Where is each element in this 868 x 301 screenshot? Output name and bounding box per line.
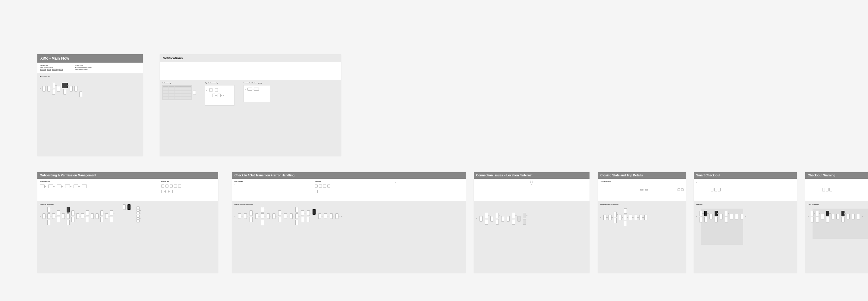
flow-node[interactable] (123, 204, 126, 210)
flow-node[interactable] (76, 213, 79, 219)
flow-node[interactable] (735, 214, 738, 220)
flow-node[interactable] (42, 213, 45, 219)
flow-node[interactable] (267, 213, 270, 219)
flow-node[interactable] (136, 214, 140, 217)
flow-node[interactable] (67, 213, 70, 219)
flow-node[interactable] (52, 83, 55, 88)
flow-node[interactable] (821, 214, 824, 220)
spec-node[interactable] (174, 185, 177, 188)
flow-node[interactable] (725, 217, 728, 223)
flow-area[interactable]: Smart flow (694, 201, 797, 273)
flow-node[interactable] (278, 210, 281, 216)
flow-node[interactable] (710, 214, 712, 220)
flow-node[interactable] (730, 214, 733, 220)
flow-node[interactable] (57, 210, 60, 216)
flow-node[interactable] (318, 213, 321, 219)
spec-node[interactable] (678, 189, 680, 191)
flow-node[interactable] (52, 213, 55, 219)
flow-node[interactable] (740, 214, 743, 220)
flow-node[interactable] (624, 214, 627, 220)
flow-node[interactable] (136, 206, 140, 209)
flow-node[interactable] (852, 214, 855, 220)
flow-card[interactable] (62, 83, 68, 88)
flow-node[interactable] (250, 210, 253, 216)
flow-node[interactable] (485, 213, 488, 218)
flow-node[interactable] (846, 214, 849, 220)
spec-node[interactable] (830, 188, 832, 192)
flow-node[interactable] (324, 213, 327, 219)
spec-node[interactable] (170, 190, 173, 193)
flow-node[interactable] (105, 213, 108, 219)
flow-node[interactable] (110, 217, 113, 222)
flow-node[interactable] (301, 217, 304, 222)
flow-node[interactable] (250, 217, 253, 222)
flow-area[interactable] (474, 201, 590, 273)
flow-node[interactable] (485, 219, 488, 225)
flow-node[interactable] (836, 214, 839, 220)
spec-node[interactable] (714, 188, 717, 192)
spec-node[interactable] (323, 185, 326, 188)
flow-area[interactable]: Closing flow and Trip Summary (598, 201, 686, 273)
flow-node[interactable] (609, 214, 612, 220)
flow-node[interactable] (296, 207, 299, 212)
flow-node[interactable] (720, 214, 723, 220)
flow-node[interactable] (47, 213, 50, 219)
flow-node[interactable] (136, 220, 140, 223)
flow-node[interactable] (210, 88, 213, 92)
spec-node[interactable] (681, 189, 684, 191)
flow-node[interactable] (57, 86, 60, 92)
flow-node[interactable] (523, 219, 526, 225)
flow-area[interactable]: Example Flow from Start to End (232, 201, 466, 273)
flow-area[interactable]: Notification log (160, 80, 341, 156)
flow-node[interactable] (62, 213, 65, 219)
flow-node[interactable] (71, 217, 74, 222)
frame-smart-checkout[interactable]: Smart Check-out —— — Smart flow (694, 172, 797, 273)
flow-node[interactable] (614, 211, 617, 217)
flow-node[interactable] (261, 220, 264, 225)
flow-node[interactable] (79, 92, 82, 97)
flow-node[interactable] (218, 94, 221, 97)
flow-node[interactable] (136, 217, 140, 220)
frame-checkout-warning[interactable]: Check-out Warning —— Check-out Warning (805, 172, 868, 273)
flow-node[interactable] (86, 217, 89, 222)
flow-node[interactable] (523, 213, 526, 218)
flow-node[interactable] (831, 214, 834, 220)
frame-onboarding[interactable]: Onboarding & Permission Management Onboa… (37, 172, 218, 273)
flow-node[interactable] (100, 217, 103, 222)
flow-node[interactable] (67, 207, 70, 212)
flow-node[interactable] (261, 207, 264, 212)
spec-node[interactable] (73, 185, 79, 188)
flow-node[interactable] (490, 216, 493, 222)
flow-node[interactable] (826, 211, 829, 216)
flow-node[interactable] (70, 86, 73, 92)
flow-node[interactable] (63, 89, 66, 95)
spec-node[interactable] (826, 188, 829, 192)
spec-node[interactable] (57, 185, 61, 188)
spec-node[interactable] (170, 185, 173, 188)
flow-node[interactable] (212, 94, 215, 97)
notif-panel[interactable] (205, 85, 235, 106)
flow-node[interactable] (215, 88, 218, 92)
flow-node[interactable] (507, 216, 510, 222)
flow-node[interactable] (47, 86, 50, 92)
flow-node[interactable] (619, 214, 622, 220)
flow-node[interactable] (725, 211, 728, 216)
flow-node[interactable] (261, 213, 264, 219)
flow-node[interactable] (238, 213, 241, 219)
spec-node[interactable] (718, 188, 721, 192)
flow-node[interactable] (307, 217, 310, 222)
frame-main-flow[interactable]: XiXo - Main Flow Example Flow Scenario: … (37, 54, 143, 156)
flow-node[interactable] (715, 211, 718, 216)
flow-node[interactable] (624, 221, 627, 226)
frame-closing[interactable]: Closing State and Trip Details Trip end … (598, 172, 686, 273)
flow-node[interactable] (518, 216, 521, 222)
flow-node[interactable] (47, 220, 50, 225)
frame-connection[interactable]: Connection Issues – Location / Internet (474, 172, 590, 273)
flow-node[interactable] (479, 216, 483, 222)
flow-node[interactable] (136, 209, 140, 211)
design-canvas[interactable]: XiXo - Main Flow Example Flow Scenario: … (0, 0, 868, 301)
flow-node[interactable] (247, 88, 252, 91)
spec-node[interactable] (327, 185, 330, 188)
flow-node[interactable] (603, 214, 607, 220)
flow-area[interactable]: Check-out Warning (805, 201, 868, 273)
